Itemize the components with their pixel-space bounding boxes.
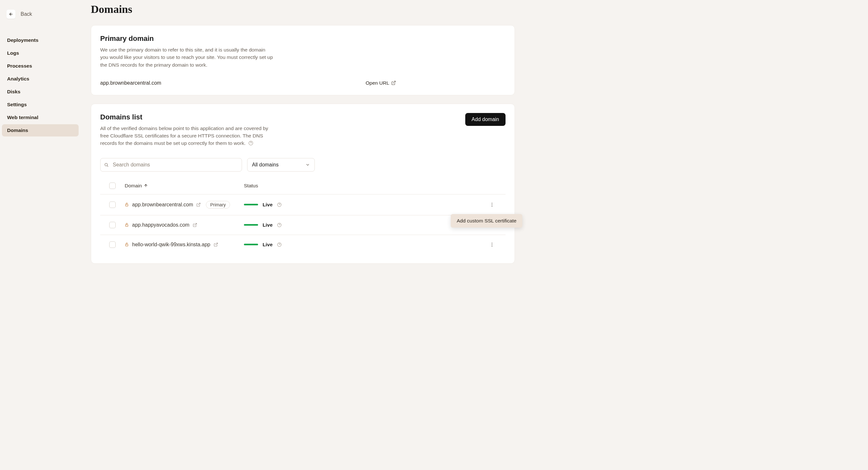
sidebar-item-disks[interactable]: Disks [2,86,79,98]
page-title: Domains [91,3,515,15]
sidebar-item-settings[interactable]: Settings [2,99,79,111]
sidebar-item-logs[interactable]: Logs [2,47,79,59]
svg-rect-14 [126,225,128,226]
row-checkbox[interactable] [109,202,116,208]
external-link-icon [391,80,396,85]
lock-icon [125,242,129,246]
table-row: app.happyavocados.comLive [100,215,505,235]
back-button[interactable] [6,10,16,19]
lock-icon [125,223,129,227]
domain-name[interactable]: hello-world-qwik-99xws.kinsta.app [132,242,210,247]
add-ssl-menu-item[interactable]: Add custom SSL certificate [451,214,522,228]
column-status: Status [244,183,497,189]
external-link-icon[interactable] [196,202,201,207]
external-link-icon[interactable] [214,242,218,247]
domain-name[interactable]: app.happyavocados.com [132,222,189,228]
svg-line-19 [216,243,217,245]
status-bar [244,204,258,205]
open-url-label: Open URL [366,80,389,86]
domains-list-card: Domains list All of the verified domains… [91,104,515,264]
arrow-left-icon [9,12,13,16]
row-checkbox[interactable] [109,241,116,248]
primary-badge: Primary [206,201,230,209]
svg-point-11 [492,203,492,203]
domains-list-title: Domains list [100,113,274,121]
sidebar-item-analytics[interactable]: Analytics [2,73,79,85]
primary-domain-value: app.brownbearcentral.com [100,80,366,86]
help-icon[interactable] [277,202,282,207]
sidebar-item-deployments[interactable]: Deployments [2,34,79,46]
svg-point-13 [492,206,492,206]
svg-point-12 [492,204,492,205]
row-more-button[interactable] [488,242,497,247]
sidebar: Back DeploymentsLogsProcessesAnalyticsDi… [0,0,81,470]
primary-domain-card: Primary domain We use the primary domain… [91,25,515,95]
svg-line-15 [195,223,196,225]
table-row: hello-world-qwik-99xws.kinsta.appLive [100,235,505,254]
primary-domain-title: Primary domain [100,34,505,43]
sidebar-item-web-terminal[interactable]: Web terminal [2,111,79,124]
back-label: Back [21,11,32,17]
open-url-link[interactable]: Open URL [366,80,396,86]
filter-selected-label: All domains [252,162,279,168]
status-text: Live [262,222,273,228]
status-text: Live [262,242,273,247]
table-row: app.brownbearcentral.comPrimaryLiveAdd c… [100,195,505,215]
add-domain-button[interactable]: Add domain [465,113,505,126]
svg-line-5 [107,165,108,166]
row-more-button[interactable] [488,202,497,207]
status-bar [244,224,258,226]
help-icon[interactable] [248,141,253,145]
svg-point-23 [492,244,492,245]
row-checkbox[interactable] [109,222,116,228]
status-bar [244,244,258,245]
search-icon [104,163,108,167]
svg-rect-18 [126,244,128,246]
lock-icon [125,202,129,207]
search-input[interactable] [100,158,242,172]
domains-list-subtitle: All of the verified domains below point … [100,125,274,147]
primary-domain-subtitle: We use the primary domain to refer to th… [100,46,274,69]
status-text: Live [262,202,273,208]
filter-select[interactable]: All domains [247,158,315,172]
external-link-icon[interactable] [193,223,197,227]
nav: DeploymentsLogsProcessesAnalyticsDisksSe… [0,34,81,136]
domain-name[interactable]: app.brownbearcentral.com [132,202,193,208]
svg-line-1 [393,81,395,83]
svg-rect-7 [126,204,128,206]
chevron-down-icon [305,163,310,167]
sidebar-item-domains[interactable]: Domains [2,124,79,136]
sort-asc-icon [144,183,148,188]
main: Domains Primary domain We use the primar… [81,0,525,470]
svg-point-24 [492,246,492,246]
column-domain[interactable]: Domain [125,183,244,189]
help-icon[interactable] [277,223,282,227]
sidebar-item-processes[interactable]: Processes [2,60,79,72]
select-all-checkbox[interactable] [109,182,116,189]
table-header: Domain Status [100,177,505,195]
help-icon[interactable] [277,242,282,247]
svg-point-22 [492,243,492,243]
svg-line-8 [198,203,200,205]
